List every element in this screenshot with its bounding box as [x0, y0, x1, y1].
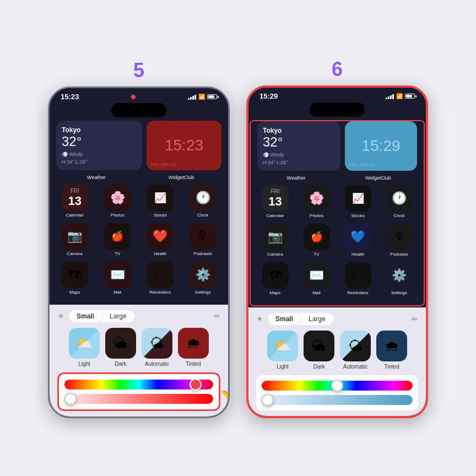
- phone6-maps-label: Maps: [270, 290, 281, 295]
- phone5-stocks-app[interactable]: 📈 Stocks: [142, 185, 179, 218]
- phone6-theme-dark[interactable]: 🌥 Dark: [304, 331, 334, 370]
- phone5-theme-auto[interactable]: 🌤 Automatic: [142, 328, 172, 367]
- phone5-app-grid: FRI 13 Calendar 🌸 Photos: [56, 185, 221, 295]
- phone6-camera-app[interactable]: 📷 Camera: [257, 224, 293, 257]
- phone5-theme-light-icon: ⛅: [69, 328, 100, 359]
- phone5-large-btn[interactable]: Large: [102, 310, 134, 322]
- phone5-hue-thumb[interactable]: [190, 378, 202, 391]
- phone5-eyedropper-icon[interactable]: ✏: [214, 312, 220, 321]
- phone5-sat-track[interactable]: [64, 394, 213, 404]
- phone5-calendar-label: Calendar: [66, 213, 84, 218]
- phone6-settings-icon: ⚙️: [386, 262, 413, 289]
- phone5-theme-dark[interactable]: 🌥 Dark: [105, 328, 136, 367]
- phone6-calendar-app[interactable]: FRI 13 Calendar: [257, 185, 293, 218]
- phone5-size-btn-group: Small Large: [69, 310, 134, 322]
- signal-bar-2: [388, 96, 390, 99]
- phone6-eyedropper-icon[interactable]: ✏: [412, 315, 418, 323]
- phone5-settings-app[interactable]: ⚙️ Settings: [185, 262, 222, 295]
- phone6-large-btn[interactable]: Large: [301, 313, 333, 325]
- phone5-health-app[interactable]: ❤️ Health: [142, 223, 179, 256]
- phone5-podcasts-icon: 🎙: [190, 223, 216, 250]
- phone6-reminders-label: Reminders: [347, 290, 369, 295]
- phone5-wrapper: 5 15:23 📶: [48, 59, 230, 418]
- phone5-calendar-app[interactable]: FRI 13 Calendar: [56, 185, 94, 218]
- phone6-stocks-label: Stocks: [351, 213, 364, 218]
- phone6-photos-app[interactable]: 🌸 Photos: [299, 185, 334, 218]
- phone6-clock-icon: 🕐: [386, 185, 413, 212]
- phone6-weather-wind: 💨 Windy: [263, 152, 335, 158]
- phone6-hue-thumb[interactable]: [331, 380, 343, 392]
- phone5-stocks-label: Stocks: [154, 213, 167, 218]
- phone5-photos-icon: 🌸: [104, 185, 131, 211]
- phone6-hand-cursor: 🤚: [424, 366, 428, 392]
- phone6-hue-slider-row: [262, 381, 413, 391]
- phone5-tv-app[interactable]: 🍎 TV: [99, 223, 137, 256]
- phone6-weather-label: Weather: [257, 175, 335, 181]
- phone6-theme-tinted[interactable]: 🌧 Tinted: [376, 331, 407, 370]
- phone6-signal: [386, 94, 394, 99]
- phone6-theme-light[interactable]: ⛅ Light: [267, 331, 298, 370]
- phone6-hue-track[interactable]: [262, 381, 413, 391]
- phone6-maps-app[interactable]: 🗺 Maps: [257, 262, 293, 295]
- phone5-theme-tinted[interactable]: 🌧 Tinted: [178, 328, 209, 367]
- phone5-sat-thumb[interactable]: [64, 393, 77, 405]
- phone5-camera-app[interactable]: 📷 Camera: [56, 223, 94, 256]
- phone5-camera-label: Camera: [67, 251, 83, 256]
- phone5-clock-label: Clock: [197, 213, 208, 218]
- phone6-sat-thumb[interactable]: [262, 394, 274, 406]
- phone5-theme-light[interactable]: ⛅ Light: [69, 328, 100, 367]
- phone6-health-app[interactable]: 💙 Health: [340, 224, 376, 257]
- phone5-small-btn[interactable]: Small: [69, 310, 102, 322]
- phone6-mail-app[interactable]: ✉️ Mail: [299, 262, 334, 295]
- phone6-sat-track[interactable]: [262, 395, 413, 405]
- phone5-clock-icon: 🕐: [190, 185, 216, 211]
- phone6-reminders-app[interactable]: ⋮⋮ Reminders: [340, 262, 376, 295]
- phone6-camera-icon: 📷: [262, 224, 289, 250]
- phone6-theme-tinted-icon: 🌧: [376, 331, 407, 361]
- phone6-photos-label: Photos: [310, 213, 323, 218]
- phone5-theme-options: ⛅ Light 🌥 Dark: [57, 328, 220, 367]
- phone5-size-left: ☀ Small Large: [57, 310, 134, 322]
- phone5-clock-app[interactable]: 🕐 Clock: [185, 185, 222, 218]
- phone5-reminders-app[interactable]: ⋮⋮ Reminders: [142, 262, 179, 295]
- phone5-mail-app[interactable]: ✉️ Mail: [99, 262, 137, 295]
- phone5-reminders-icon: ⋮⋮: [147, 262, 174, 288]
- phone5-hue-track[interactable]: [64, 380, 213, 390]
- phone5-theme-tinted-label: Tinted: [186, 361, 201, 367]
- phone6-small-btn[interactable]: Small: [268, 313, 301, 325]
- phone5-sat-slider-row: [64, 394, 213, 404]
- phone5-theme-tinted-icon: 🌧: [178, 328, 209, 359]
- phone6-battery-icon: [405, 94, 415, 99]
- phone6-status-icons: 📶: [386, 93, 415, 99]
- phone5-photos-app[interactable]: 🌸 Photos: [99, 185, 137, 218]
- phone5-slider-spacer: [64, 390, 213, 394]
- phone5-settings-icon: ⚙️: [190, 262, 216, 288]
- phone6-weather-range: H:34° L:26°: [263, 160, 335, 165]
- phone5-battery-fill: [208, 95, 214, 98]
- phone6-theme-auto[interactable]: 🌤 Automatic: [340, 331, 371, 370]
- phone6-settings-label: Settings: [391, 290, 407, 295]
- phone6-theme-dark-label: Dark: [313, 364, 324, 370]
- phone6-clock-app[interactable]: 🕐 Clock: [381, 185, 417, 218]
- phone5-podcasts-app[interactable]: 🎙 Podcasts: [185, 223, 222, 256]
- phone6-stocks-app[interactable]: 📈 Stocks: [340, 185, 376, 218]
- phone6-health-label: Health: [351, 252, 364, 257]
- phone6-settings-app[interactable]: ⚙️ Settings: [381, 262, 417, 295]
- phone5-theme-auto-icon: 🌤: [142, 328, 172, 359]
- phone6-podcasts-app[interactable]: 🎙 Podcasts: [381, 224, 417, 257]
- phone6-sun-icon: ☀: [256, 315, 263, 323]
- phone5-mail-label: Mail: [113, 290, 122, 295]
- phone5-reminders-label: Reminders: [149, 290, 171, 295]
- phone5-bottom-panel: ☀ Small Large ✏ ⛅: [50, 305, 228, 416]
- phone6-camera-label: Camera: [267, 252, 283, 257]
- phone6-clock-widget: 15:29 FRI, SEP 13: [345, 121, 417, 171]
- phone5-theme-dark-label: Dark: [115, 361, 126, 367]
- phone6-battery-fill: [406, 95, 412, 98]
- phone6-dynamic-island: [310, 102, 365, 117]
- phone5-settings-label: Settings: [195, 290, 211, 295]
- phone6-podcasts-icon: 🎙: [386, 224, 413, 250]
- phone5-calendar-icon: FRI 13: [62, 185, 88, 211]
- phone6-tv-app[interactable]: 🍎 TV: [299, 224, 334, 257]
- phone5-maps-app[interactable]: 🗺 Maps: [56, 262, 94, 295]
- phone5-widgets-row: Tokyo 32° 💨 Windy H:34° L:26° 15:23 FRI,…: [56, 121, 221, 170]
